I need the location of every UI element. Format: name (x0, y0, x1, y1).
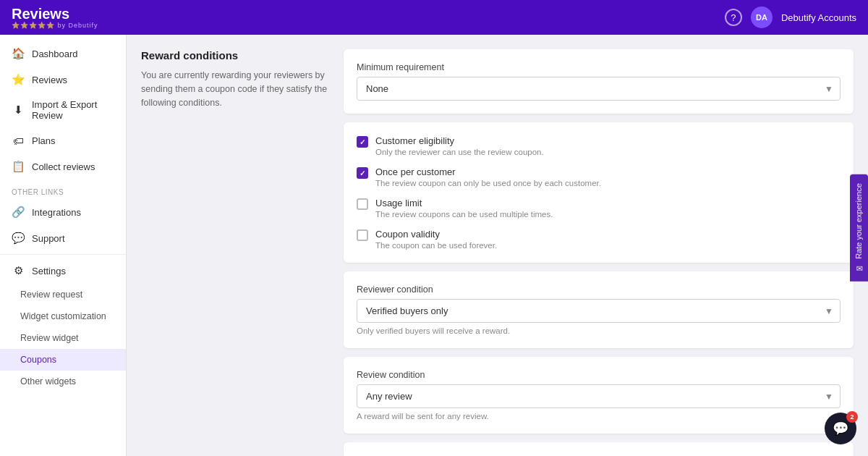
support-icon: 💬 (12, 232, 25, 245)
chat-button[interactable]: 💬 2 (825, 413, 856, 444)
sidebar-sub-item-widget-customization[interactable]: Widget customization (0, 305, 126, 327)
sub-item-label: Other widgets (20, 376, 76, 387)
sidebar-item-label: Collect reviews (32, 161, 95, 172)
reviewer-condition-select-wrapper: Verified buyers only All reviewers ▼ (357, 299, 841, 323)
sub-item-label: Widget customization (20, 311, 106, 321)
sub-item-label: Coupons (20, 355, 56, 365)
avatar: DA (751, 7, 773, 28)
minimum-rating-card: Minimum rating All reviewers who left re… (344, 442, 854, 456)
checkbox-desc: The coupon can be used forever. (375, 241, 497, 250)
sidebar-item-label: Support (32, 233, 65, 244)
settings-icon: ⚙ (12, 264, 25, 277)
rate-experience-button[interactable]: ✉ Rate your experience (850, 174, 868, 282)
integrations-icon: 🔗 (12, 206, 25, 219)
checkbox-label-group: Usage limit The review coupons can be us… (375, 198, 553, 219)
sidebar-item-collect-reviews[interactable]: 📋 Collect reviews (0, 153, 126, 180)
sidebar-item-integrations[interactable]: 🔗 Integrations (0, 199, 126, 225)
collect-icon: 📋 (12, 160, 25, 173)
checkboxes-card: ✓ Customer eligibility Only the reviewer… (344, 122, 854, 263)
sidebar-item-settings[interactable]: ⚙ Settings (0, 258, 126, 284)
reviewer-condition-card: Reviewer condition Verified buyers only … (344, 271, 854, 348)
main-content: Reward conditions You are currently rewa… (127, 35, 868, 456)
right-panel: Minimum requirement None Minimum purchas… (344, 49, 854, 442)
sub-item-label: Review widget (20, 333, 79, 343)
checkbox-input-customer-eligibility[interactable]: ✓ (357, 136, 368, 148)
checkbox-label: Once per customer (375, 166, 601, 177)
checkbox-input-usage-limit[interactable] (357, 198, 368, 210)
checkbox-section: ✓ Customer eligibility Only the reviewer… (357, 135, 841, 250)
checkbox-label: Usage limit (375, 198, 553, 208)
checkbox-desc: The review coupons can be used multiple … (375, 210, 553, 219)
sidebar-item-reviews[interactable]: ⭐ Reviews (0, 67, 126, 93)
logo-title: Reviews (12, 6, 98, 22)
sidebar-item-label: Integrations (32, 207, 81, 218)
sidebar-item-label: Plans (32, 135, 56, 146)
help-button[interactable]: ? (725, 9, 742, 26)
checkbox-label: Customer eligibility (375, 135, 544, 146)
sidebar-sub-item-coupons[interactable]: Coupons (0, 349, 126, 371)
review-condition-hint: A reward will be sent for any review. (357, 412, 841, 421)
sidebar-item-label: Import & Export Review (32, 99, 114, 121)
sidebar-item-label: Dashboard (32, 48, 78, 59)
review-condition-label: Review condition (357, 370, 841, 380)
reward-conditions-title: Reward conditions (141, 49, 329, 62)
checkbox-coupon-validity[interactable]: Coupon validity The coupon can be used f… (357, 229, 841, 250)
checkmark-icon: ✓ (359, 138, 365, 146)
minimum-requirement-select-wrapper: None Minimum purchase amount Minimum qua… (357, 77, 841, 101)
rate-experience-icon: ✉ (854, 263, 864, 273)
checkbox-input-once-per-customer[interactable]: ✓ (357, 167, 368, 179)
checkbox-label-group: Customer eligibility Only the reviewer c… (375, 135, 544, 156)
home-icon: 🏠 (12, 47, 25, 60)
app-header: Reviews ⭐⭐⭐⭐⭐ by Debutify ? DA Debutify … (0, 0, 868, 35)
sidebar-item-support[interactable]: 💬 Support (0, 225, 126, 251)
checkbox-label: Coupon validity (375, 229, 497, 240)
sidebar-sub-item-other-widgets[interactable]: Other widgets (0, 371, 126, 392)
plans-icon: 🏷 (12, 134, 25, 147)
sub-item-label: Review request (20, 290, 82, 300)
rate-experience-label: Rate your experience (855, 183, 864, 259)
star-icon: ⭐ (12, 73, 25, 86)
sidebar-nav: 🏠 Dashboard ⭐ Reviews ⬇ Import & Export … (0, 35, 126, 456)
sidebar-item-plans[interactable]: 🏷 Plans (0, 127, 126, 153)
minimum-requirement-card: Minimum requirement None Minimum purchas… (344, 49, 854, 114)
checkbox-once-per-customer[interactable]: ✓ Once per customer The review coupon ca… (357, 166, 841, 187)
chat-icon: 💬 (833, 421, 848, 436)
sidebar-sub-item-review-widget[interactable]: Review widget (0, 327, 126, 349)
checkbox-usage-limit[interactable]: Usage limit The review coupons can be us… (357, 198, 841, 219)
checkbox-customer-eligibility[interactable]: ✓ Customer eligibility Only the reviewer… (357, 135, 841, 156)
account-name: Debutify Accounts (781, 12, 856, 23)
checkbox-label-group: Coupon validity The coupon can be used f… (375, 229, 497, 250)
sidebar-item-dashboard[interactable]: 🏠 Dashboard (0, 41, 126, 67)
review-condition-card: Review condition Any review Reviews with… (344, 357, 854, 434)
checkmark-icon: ✓ (359, 169, 365, 177)
sidebar-item-label: Reviews (32, 75, 67, 85)
checkbox-label-group: Once per customer The review coupon can … (375, 166, 601, 187)
minimum-requirement-select[interactable]: None Minimum purchase amount Minimum qua… (357, 77, 841, 101)
left-panel: Reward conditions You are currently rewa… (141, 49, 329, 442)
settings-label: Settings (32, 266, 66, 276)
download-icon: ⬇ (12, 104, 25, 117)
logo-sub: ⭐⭐⭐⭐⭐ by Debutify (12, 22, 98, 29)
checkbox-input-coupon-validity[interactable] (357, 229, 368, 241)
review-condition-select-wrapper: Any review Reviews with photos Reviews w… (357, 384, 841, 408)
sidebar: 🏠 Dashboard ⭐ Reviews ⬇ Import & Export … (0, 35, 127, 456)
reviewer-condition-label: Reviewer condition (357, 284, 841, 295)
reviewer-condition-select[interactable]: Verified buyers only All reviewers (357, 299, 841, 323)
sidebar-item-import-export[interactable]: ⬇ Import & Export Review (0, 93, 126, 127)
app-logo: Reviews ⭐⭐⭐⭐⭐ by Debutify (12, 6, 98, 29)
minimum-requirement-label: Minimum requirement (357, 62, 841, 72)
reward-conditions-desc: You are currently rewarding your reviewe… (141, 69, 329, 109)
sidebar-sub-item-review-request[interactable]: Review request (0, 284, 126, 305)
other-links-label: OTHER LINKS (0, 180, 126, 199)
checkbox-desc: Only the reviewer can use the review cou… (375, 148, 544, 156)
header-right: ? DA Debutify Accounts (725, 7, 856, 28)
reviewer-condition-hint: Only verified buyers will receive a rewa… (357, 326, 841, 335)
sidebar-divider (0, 254, 126, 255)
chat-badge: 2 (846, 411, 858, 423)
checkbox-desc: The review coupon can only be used once … (375, 179, 601, 187)
review-condition-select[interactable]: Any review Reviews with photos Reviews w… (357, 384, 841, 408)
layout: 🏠 Dashboard ⭐ Reviews ⬇ Import & Export … (0, 35, 868, 456)
